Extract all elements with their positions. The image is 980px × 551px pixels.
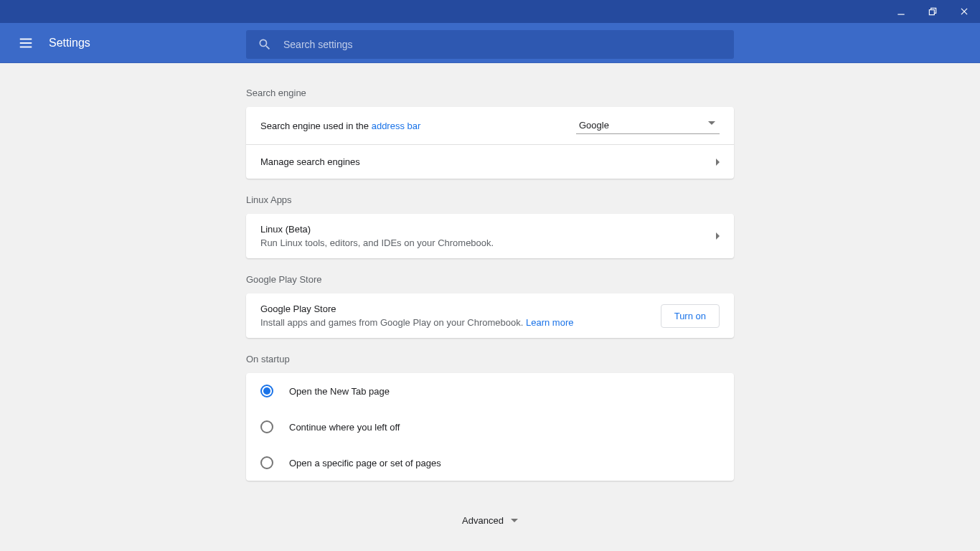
chevron-down-icon bbox=[511, 519, 518, 522]
radio-label: Continue where you left off bbox=[289, 422, 400, 433]
search-container[interactable] bbox=[246, 30, 734, 59]
play-store-row: Google Play Store Install apps and games… bbox=[246, 293, 734, 338]
minimize-button[interactable] bbox=[891, 1, 911, 22]
play-store-card: Google Play Store Install apps and games… bbox=[246, 293, 734, 338]
section-title: Linux Apps bbox=[246, 194, 734, 214]
close-icon bbox=[959, 6, 969, 17]
on-startup-card: Open the New Tab page Continue where you… bbox=[246, 373, 734, 481]
section-linux-apps: Linux Apps Linux (Beta) Run Linux tools,… bbox=[246, 194, 734, 258]
play-store-title: Google Play Store bbox=[260, 303, 573, 314]
manage-search-engines-row[interactable]: Manage search engines bbox=[246, 144, 734, 179]
search-engine-row: Search engine used in the address bar Go… bbox=[246, 107, 734, 144]
linux-beta-text: Linux (Beta) Run Linux tools, editors, a… bbox=[260, 224, 494, 248]
linux-beta-sub: Run Linux tools, editors, and IDEs on yo… bbox=[260, 237, 494, 248]
section-search-engine: Search engine Search engine used in the … bbox=[246, 88, 734, 179]
radio-button[interactable] bbox=[260, 420, 273, 433]
close-button[interactable] bbox=[954, 1, 974, 22]
search-input[interactable] bbox=[283, 39, 722, 50]
svg-rect-6 bbox=[20, 42, 32, 44]
svg-rect-5 bbox=[20, 38, 32, 39]
play-store-sub: Install apps and games from Google Play … bbox=[260, 317, 573, 328]
chevron-right-icon bbox=[716, 232, 720, 240]
radio-label: Open the New Tab page bbox=[289, 386, 390, 397]
radio-button[interactable] bbox=[260, 456, 273, 469]
section-title: Search engine bbox=[246, 88, 734, 107]
maximize-button[interactable] bbox=[923, 1, 943, 22]
svg-rect-7 bbox=[20, 46, 32, 47]
section-on-startup: On startup Open the New Tab page Continu… bbox=[246, 354, 734, 481]
startup-option-specific[interactable]: Open a specific page or set of pages bbox=[246, 445, 734, 481]
radio-label: Open a specific page or set of pages bbox=[289, 458, 441, 468]
section-title: Google Play Store bbox=[246, 274, 734, 293]
chevron-right-icon bbox=[716, 159, 720, 166]
search-engine-used-text: Search engine used in the bbox=[260, 121, 372, 131]
linux-beta-row[interactable]: Linux (Beta) Run Linux tools, editors, a… bbox=[246, 214, 734, 258]
linux-beta-title: Linux (Beta) bbox=[260, 224, 494, 235]
advanced-toggle[interactable]: Advanced bbox=[246, 515, 734, 526]
settings-content: Search engine Search engine used in the … bbox=[0, 63, 980, 551]
search-engine-select[interactable]: Google bbox=[576, 117, 720, 134]
advanced-label: Advanced bbox=[462, 515, 504, 526]
page-title: Settings bbox=[49, 37, 90, 50]
search-icon bbox=[258, 37, 272, 52]
window-titlebar bbox=[0, 0, 980, 23]
section-title: On startup bbox=[246, 354, 734, 373]
startup-option-new-tab[interactable]: Open the New Tab page bbox=[246, 373, 734, 409]
play-store-sub-text: Install apps and games from Google Play … bbox=[260, 317, 526, 328]
linux-apps-card: Linux (Beta) Run Linux tools, editors, a… bbox=[246, 214, 734, 258]
menu-button[interactable] bbox=[17, 34, 34, 52]
turn-on-button[interactable]: Turn on bbox=[661, 304, 720, 328]
svg-rect-0 bbox=[897, 14, 904, 15]
address-bar-link[interactable]: address bar bbox=[372, 121, 421, 131]
svg-rect-2 bbox=[929, 10, 934, 15]
play-store-text: Google Play Store Install apps and games… bbox=[260, 303, 573, 328]
hamburger-icon bbox=[18, 35, 34, 51]
section-play-store: Google Play Store Google Play Store Inst… bbox=[246, 274, 734, 338]
startup-option-continue[interactable]: Continue where you left off bbox=[246, 409, 734, 445]
search-engine-card: Search engine used in the address bar Go… bbox=[246, 107, 734, 179]
minimize-icon bbox=[896, 6, 906, 17]
learn-more-link[interactable]: Learn more bbox=[526, 317, 573, 328]
search-engine-selected: Google bbox=[576, 117, 720, 134]
manage-search-engines-label: Manage search engines bbox=[260, 156, 360, 167]
radio-button[interactable] bbox=[260, 385, 273, 397]
search-engine-label: Search engine used in the address bar bbox=[260, 121, 420, 131]
maximize-icon bbox=[928, 6, 938, 17]
